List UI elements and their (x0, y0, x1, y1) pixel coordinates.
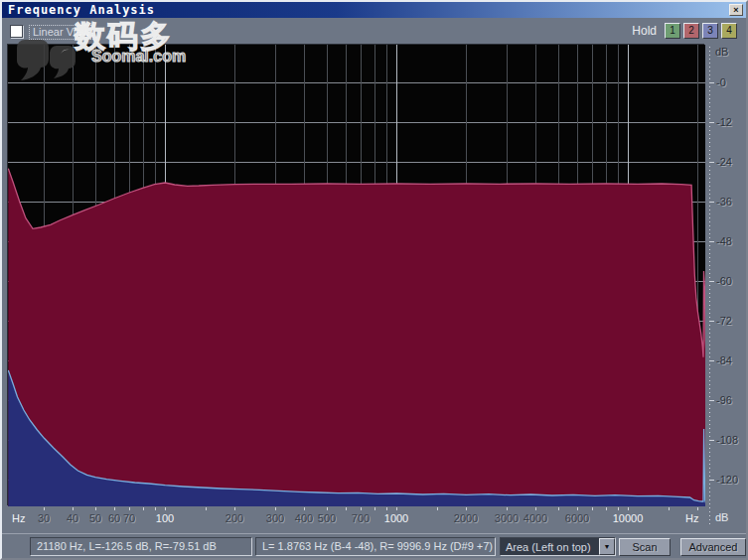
db-tick-label: -108 (716, 434, 738, 446)
db-tick-label: -84 (716, 354, 732, 366)
freq-tick (507, 507, 508, 510)
frequency-axis: Hz Hz 3040506070100200300400500700100020… (8, 506, 705, 531)
db-tick (709, 281, 714, 282)
freq-tick (327, 507, 328, 510)
freq-tick (592, 507, 593, 510)
freq-tick (155, 507, 156, 510)
db-tick (709, 440, 714, 441)
db-tick (709, 321, 714, 322)
hold-buttons: 1234 (665, 23, 737, 39)
hz-label-left: Hz (12, 512, 25, 524)
freq-tick (275, 507, 276, 510)
freq-tick (535, 507, 536, 510)
hz-label-right: Hz (685, 512, 698, 524)
freq-tick (361, 507, 362, 510)
freq-tick-label: 400 (295, 512, 313, 524)
freq-tick-label: 300 (266, 512, 284, 524)
db-tick-label: -120 (716, 474, 738, 486)
hold-button-2[interactable]: 2 (683, 23, 699, 39)
freq-tick (95, 507, 96, 510)
db-tick-label: -60 (716, 275, 732, 287)
linear-view-checkbox[interactable] (10, 25, 23, 38)
chevron-down-icon: ▼ (604, 543, 611, 550)
freq-tick (129, 507, 130, 510)
freq-tick-label: 10000 (613, 512, 644, 524)
freq-tick (143, 507, 144, 510)
freq-tick (558, 507, 559, 510)
db-tick (709, 162, 714, 163)
db-tick-label: -36 (716, 196, 732, 208)
display-mode-value: Area (Left on top) (506, 539, 591, 555)
freq-tick (346, 507, 347, 510)
title-bar[interactable]: Frequency Analysis × (2, 2, 746, 18)
hold-button-4[interactable]: 4 (721, 23, 737, 39)
freq-tick (234, 507, 235, 510)
freq-tick (628, 507, 629, 510)
freq-tick (577, 507, 578, 510)
spectrum-canvas[interactable] (8, 45, 705, 506)
freq-tick (73, 507, 74, 510)
freq-tick (697, 507, 698, 510)
db-tick (709, 241, 714, 242)
freq-tick (114, 507, 115, 510)
freq-tick (374, 507, 375, 510)
db-tick-label: -24 (716, 156, 732, 168)
freq-tick (618, 507, 619, 510)
db-scale: dB dB -0-12-24-36-48-60-72-84-96-108-120 (705, 45, 746, 531)
scan-button[interactable]: Scan (619, 538, 671, 556)
spectrum-plot[interactable] (8, 45, 705, 506)
freq-tick-label: 70 (123, 512, 135, 524)
freq-tick (396, 507, 397, 510)
hold-group: Hold 1234 (632, 23, 737, 39)
freq-tick-label: 40 (67, 512, 78, 524)
freq-tick-label: 200 (225, 512, 243, 524)
db-scale-dotted-line (709, 47, 710, 527)
linear-view-label[interactable]: Linear View (29, 25, 93, 40)
db-tick-label: -48 (716, 235, 732, 247)
freq-tick (437, 507, 438, 510)
freq-tick-label: 60 (108, 512, 120, 524)
freq-tick-label: 2000 (454, 512, 478, 524)
db-tick (709, 122, 714, 123)
db-tick (709, 360, 714, 361)
toolbar: Linear View Hold 1234 (2, 18, 746, 45)
freq-tick (466, 507, 467, 510)
db-tick (709, 82, 714, 83)
combobox-dropdown-button[interactable]: ▼ (599, 538, 615, 555)
freq-tick (206, 507, 207, 510)
db-tick-label: -0 (716, 76, 726, 88)
freq-tick-label: 100 (156, 512, 174, 524)
freq-tick-label: 1000 (384, 512, 408, 524)
close-icon: × (733, 5, 738, 15)
frequency-analysis-window: Frequency Analysis × Linear View Hold 12… (0, 0, 748, 560)
hold-button-1[interactable]: 1 (665, 23, 680, 39)
freq-tick-label: 30 (38, 512, 50, 524)
display-mode-combobox[interactable]: Area (Left on top) ▼ (500, 537, 616, 556)
freq-tick (386, 507, 387, 510)
advanced-button[interactable]: Advanced (680, 538, 746, 556)
db-tick-label: -96 (716, 394, 732, 406)
db-unit-bottom: dB (715, 511, 728, 523)
db-tick-label: -12 (716, 116, 732, 128)
freq-tick-label: 50 (89, 512, 101, 524)
close-button[interactable]: × (729, 4, 743, 16)
window-title: Frequency Analysis (2, 3, 155, 18)
freq-tick-label: 6000 (565, 512, 589, 524)
freq-tick-label: 500 (318, 512, 336, 524)
freq-tick-label: 3000 (495, 512, 519, 524)
cursor-readout: 21180 Hz, L=-126.5 dB, R=-79.51 dB (30, 537, 252, 556)
freq-tick (606, 507, 607, 510)
db-tick (709, 480, 714, 481)
db-tick (709, 400, 714, 401)
freq-tick-label: 700 (352, 512, 370, 524)
hold-button-3[interactable]: 3 (702, 23, 718, 39)
peak-readout: L= 1.8763 Hz (B-4 -48), R= 9996.9 Hz (D#… (255, 537, 496, 556)
freq-tick (165, 507, 166, 510)
db-unit-top: dB (715, 46, 728, 58)
status-bar: 21180 Hz, L=-126.5 dB, R=-79.51 dB L= 1.… (2, 533, 746, 558)
freq-tick-label: 4000 (524, 512, 547, 524)
hold-label: Hold (632, 24, 657, 38)
db-tick (709, 202, 714, 203)
freq-tick (304, 507, 305, 510)
freq-tick (44, 507, 45, 510)
